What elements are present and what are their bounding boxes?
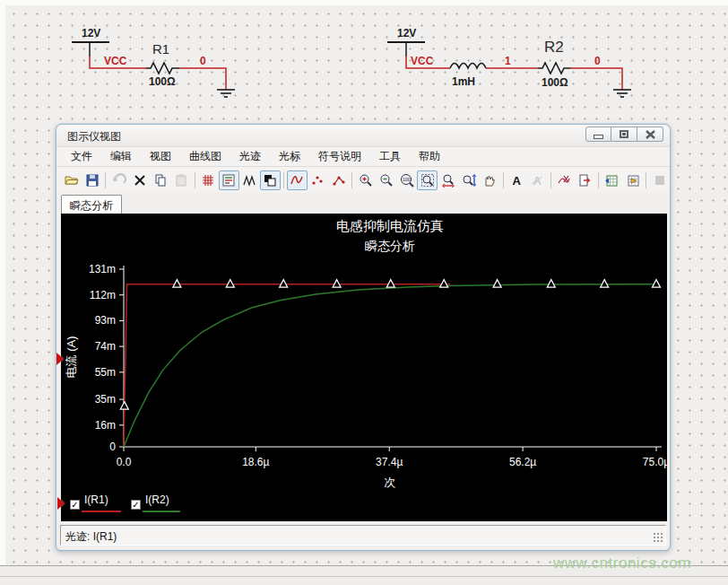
- inductor-symbol[interactable]: [450, 64, 486, 69]
- svg-text:56.2µ: 56.2µ: [509, 456, 536, 468]
- legend-swatch-ir1-icon: [82, 511, 121, 512]
- graph-view-icon[interactable]: [287, 170, 308, 190]
- resistor2-symbol[interactable]: [538, 63, 570, 74]
- schematic-canvas[interactable]: 12V VCC R1 100Ω 0 12V VCC 1mH 1 R2: [0, 0, 728, 121]
- status-text-field: 光迹: I(R1): [60, 525, 666, 546]
- svg-text:37.4µ: 37.4µ: [376, 456, 403, 468]
- tab-transient-analysis[interactable]: 瞬态分析: [61, 195, 122, 214]
- window-title: 图示仪视图: [67, 129, 121, 144]
- circuit-r2-inductor[interactable]: 12V VCC 1mH 1 R2 100Ω 0: [387, 27, 631, 97]
- scatter-icon[interactable]: [308, 170, 328, 190]
- wire-out1[interactable]: [179, 68, 226, 90]
- restore-button[interactable]: [611, 127, 637, 142]
- transient-plot[interactable]: 电感抑制电流仿真瞬态分析0.018.6µ37.4µ56.2µ75.0µ131m1…: [61, 214, 667, 521]
- ground2-symbol[interactable]: [613, 90, 631, 97]
- pan-hand-icon[interactable]: [480, 170, 500, 190]
- delete-icon[interactable]: [129, 170, 150, 190]
- text-edit-icon[interactable]: A: [527, 170, 548, 190]
- tab-strip: 瞬态分析: [56, 193, 670, 214]
- export-excel-icon[interactable]: [602, 170, 622, 190]
- zoom-horizontal-icon[interactable]: [438, 170, 458, 190]
- menu-file[interactable]: 文件: [62, 146, 101, 167]
- legend-label-ir2: I(R2): [145, 493, 169, 506]
- source2-voltage-label: 12V: [397, 27, 416, 39]
- svg-text:93m: 93m: [95, 314, 116, 327]
- circuit-r1[interactable]: 12V VCC R1 100Ω 0: [72, 27, 235, 97]
- zoom-100-icon[interactable]: 100: [396, 170, 417, 190]
- svg-text:131m: 131m: [89, 263, 116, 275]
- menu-edit[interactable]: 编辑: [101, 146, 141, 167]
- menu-legend[interactable]: 符号说明: [309, 146, 370, 167]
- menu-bar: 文件 编辑 视图 曲线图 光迹 光标 符号说明 工具 帮助: [56, 146, 670, 167]
- svg-text:A: A: [513, 174, 522, 188]
- text-icon[interactable]: A: [507, 170, 527, 190]
- svg-text:18.6µ: 18.6µ: [242, 456, 269, 468]
- net-label-vcc2: VCC: [411, 55, 434, 67]
- svg-text:55m: 55m: [95, 366, 116, 379]
- close-icon: [646, 130, 655, 139]
- legend-checkbox-ir1[interactable]: ✓: [70, 500, 80, 510]
- zoom-out-icon[interactable]: [376, 170, 396, 190]
- resistor2-ref: R2: [544, 39, 564, 56]
- net-label-vcc1: VCC: [104, 55, 127, 67]
- status-text: 光迹: I(R1): [65, 530, 117, 543]
- svg-text:100: 100: [403, 177, 411, 182]
- net-label-out1: 0: [200, 55, 206, 67]
- minimize-button[interactable]: [585, 127, 611, 142]
- export-graph-icon[interactable]: [622, 170, 643, 190]
- resize-grip-icon[interactable]: [653, 532, 663, 543]
- show-legend-icon[interactable]: [219, 170, 239, 190]
- menu-help[interactable]: 帮助: [410, 146, 449, 167]
- close-button[interactable]: [637, 127, 663, 142]
- svg-text:次: 次: [385, 476, 396, 489]
- status-bar: 光迹: I(R1): [56, 521, 670, 552]
- menu-tools[interactable]: 工具: [370, 146, 410, 167]
- svg-text:A: A: [533, 174, 542, 188]
- svg-text:74m: 74m: [95, 340, 116, 353]
- net-label-out2: 0: [594, 55, 601, 67]
- trace-style-icon[interactable]: [239, 170, 260, 190]
- legend-selector-arrow-icon[interactable]: [57, 497, 65, 510]
- ground1-symbol[interactable]: [217, 90, 235, 97]
- menu-view[interactable]: 视图: [141, 146, 180, 167]
- resistor1-value: 100Ω: [149, 75, 176, 88]
- inductor-value: 1mH: [452, 75, 475, 88]
- copy-icon[interactable]: [150, 170, 170, 190]
- menu-graph[interactable]: 曲线图: [180, 146, 230, 167]
- menu-cursor[interactable]: 光标: [270, 146, 309, 167]
- svg-text:0.0: 0.0: [117, 456, 132, 468]
- source1-voltage-label: 12V: [82, 27, 100, 39]
- menu-trace[interactable]: 光迹: [230, 146, 270, 167]
- net-label-mid: 1: [505, 55, 511, 67]
- grid-icon[interactable]: [197, 170, 218, 190]
- svg-text:电流 (A): 电流 (A): [65, 336, 78, 379]
- legend-checkbox-ir2[interactable]: ✓: [131, 500, 141, 510]
- svg-text:75.0µ: 75.0µ: [643, 456, 667, 468]
- resistor2-value: 100Ω: [542, 76, 568, 89]
- svg-text:瞬态分析: 瞬态分析: [365, 239, 415, 253]
- svg-text:电感抑制电流仿真: 电感抑制电流仿真: [336, 218, 444, 233]
- overlay-icon[interactable]: [260, 170, 281, 190]
- toolbar: 100 A A: [56, 167, 670, 193]
- resistor1-symbol[interactable]: [146, 63, 179, 74]
- svg-text:0: 0: [109, 441, 116, 453]
- svg-text:16m: 16m: [95, 419, 116, 432]
- wire-out2[interactable]: [570, 68, 622, 90]
- undo-icon[interactable]: [108, 170, 129, 190]
- window-titlebar[interactable]: 图示仪视图: [56, 125, 670, 146]
- zoom-in-icon[interactable]: [355, 170, 376, 190]
- watermark: www.cntronics.com: [553, 554, 728, 572]
- cursor-trace-icon[interactable]: [554, 170, 575, 190]
- save-icon[interactable]: [82, 170, 102, 190]
- legend-swatch-ir2-icon: [143, 511, 180, 512]
- paste-icon[interactable]: [170, 170, 191, 190]
- grapher-window: 图示仪视图 文件 编辑 视图 曲线图 光迹 光标 符号说明 工具 帮助: [56, 124, 671, 551]
- export-report-icon[interactable]: [575, 170, 595, 190]
- svg-text:112m: 112m: [90, 289, 116, 301]
- open-icon[interactable]: [61, 170, 82, 190]
- stop-icon[interactable]: [649, 170, 670, 190]
- zoom-vertical-icon[interactable]: [459, 170, 480, 190]
- scatter-line-icon[interactable]: [328, 170, 349, 190]
- axis-selector-arrow-icon[interactable]: [56, 353, 64, 365]
- zoom-select-icon[interactable]: [417, 170, 438, 190]
